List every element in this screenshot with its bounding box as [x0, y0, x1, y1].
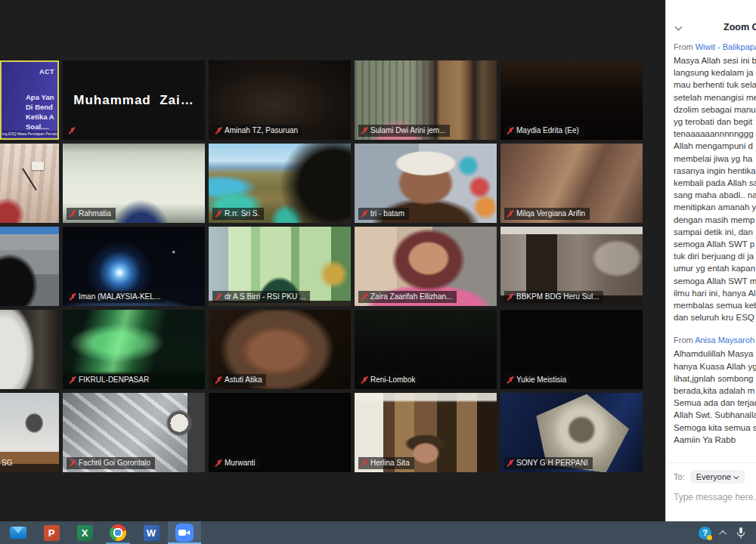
chat-message-line: Masya Allah sesi ini b [674, 54, 756, 66]
participant-name-tag: FIKRUL-DENPASAR [67, 374, 153, 386]
chevron-down-icon[interactable] [675, 23, 683, 31]
chat-message-line: Allah Swt. Subhanalla [674, 409, 756, 421]
chat-message-line: ilmu hari ini, hanya Al [674, 287, 756, 299]
video-tile-herlina[interactable]: Herlina Sita [355, 393, 497, 472]
participant-name-tag: Rahmatia [67, 208, 116, 220]
participant-name-tag: Fachril Goi Gorontalo [67, 457, 155, 469]
zoom-app-button[interactable] [168, 521, 201, 544]
shared-screen-tile[interactable]: ACT Apa YanDi BendKetika ASoal.... ing E… [0, 60, 59, 140]
participant-name-tag: tri - batam [358, 208, 409, 220]
chat-message-line: menitipkan amanah y [674, 201, 756, 213]
video-tile-sri-s[interactable]: R.rr. Sri S. [209, 144, 351, 223]
video-grid-row-1: ACT Apa YanDi BendKetika ASoal.... ing E… [0, 60, 643, 140]
video-tile-aminah[interactable]: Aminah TZ, Pasuruan [209, 60, 351, 140]
participant-name-tag: R.rr. Sri S. [212, 208, 264, 220]
participant-display-name: Muhammad Zai… [63, 60, 205, 140]
word-app-button[interactable]: W [135, 521, 168, 544]
video-grid-row-5: SG Fachril Goi Gorontalo Murwanti Herlin… [0, 393, 643, 472]
chat-message-body: Alhamdulillah Masyahanya Kuasa Allah ygl… [674, 348, 756, 446]
chat-message-line: langsung kedalam ja [674, 66, 756, 79]
muted-mic-icon [361, 376, 368, 385]
muted-mic-icon [507, 209, 514, 218]
muted-mic-icon [507, 292, 514, 301]
participant-name-tag: Astuti Atika [212, 374, 266, 386]
video-tile-zaira[interactable]: Zaira Zaarifah Ellizhan... [355, 227, 497, 306]
video-tile-partial-sg[interactable]: SG [0, 393, 59, 472]
chat-message-header: From Anisa Maysaroh to [674, 335, 756, 348]
excel-app-button[interactable]: X [68, 521, 101, 544]
chat-compose-area: To: Everyone Type message here... [666, 462, 756, 521]
help-icon[interactable]: ? [699, 527, 711, 539]
video-tile-fikrul[interactable]: FIKRUL-DENPASAR [63, 310, 205, 389]
video-tile-sony-perpani[interactable]: SONY G H PERPANI [500, 393, 643, 472]
muted-mic-icon [69, 209, 76, 218]
participant-name-tag: Reni-Lombok [358, 374, 420, 386]
video-tile-dr-birri[interactable]: dr A S Birri - RSI PKU ... [209, 227, 351, 306]
video-tile-milqa[interactable]: Milqa Vergiana Arifin [500, 144, 643, 223]
video-tile-partial-wall[interactable] [0, 144, 59, 223]
video-tile-fachril[interactable]: Fachril Goi Gorontalo [63, 393, 205, 472]
video-tile-sulami[interactable]: Sulami Dwi Arini jem... [355, 60, 497, 140]
chat-message-line: berada,kita adalah m [674, 385, 756, 397]
show-hidden-icons-chevron[interactable] [719, 530, 727, 537]
chat-sender-name: Anisa Maysaroh [695, 335, 754, 345]
windows-taskbar: P X W ? [0, 521, 756, 544]
participant-name-tag: BBKPM BDG Heru Sul... [504, 291, 603, 303]
chat-message-line: dengan masih memp [674, 214, 756, 226]
video-tile-reni[interactable]: Reni-Lombok [355, 310, 497, 389]
recipient-dropdown[interactable]: Everyone [690, 470, 745, 484]
chat-message: From Wiwit - Balikpapan Masya Allah sesi… [674, 42, 756, 323]
video-tile-iman[interactable]: Iman (MALAYSIA-KEL... [63, 227, 205, 306]
chat-message-list: From Wiwit - Balikpapan Masya Allah sesi… [674, 42, 756, 446]
muted-mic-icon [507, 376, 514, 385]
video-tile-partial-hijab[interactable] [0, 310, 59, 389]
chat-message-line: sampai detik ini, dan [674, 226, 756, 238]
zoom-meeting-window: ACT Apa YanDi BendKetika ASoal.... ing E… [0, 0, 756, 544]
video-grid-row-2: Rahmatia R.rr. Sri S. tri - batam Milqa … [0, 144, 643, 223]
slide-act-logo: ACT [39, 68, 54, 76]
participant-name-tag: Milqa Vergiana Arifin [504, 208, 590, 220]
participant-name-tag: Herlina Sita [358, 457, 414, 469]
chat-panel: Zoom G From Wiwit - Balikpapan Masya All… [665, 0, 756, 521]
slide-text-line: Di Bend [26, 102, 54, 112]
chat-message-line: semoga Allah SWT p [674, 238, 756, 250]
muted-mic-icon [215, 126, 222, 135]
slide-text-line: Apa Yan [26, 92, 54, 102]
video-tile-muhammad[interactable]: Muhammad Zai… [63, 60, 205, 140]
chat-message-line: sang maha abadi.. na [674, 189, 756, 201]
chat-input[interactable]: Type message here... [674, 492, 756, 502]
video-tile-tri-batam[interactable]: tri - batam [355, 144, 497, 223]
video-tile-astuti[interactable]: Astuti Atika [209, 310, 351, 389]
video-tile-bbkpm-heru[interactable]: BBKPM BDG Heru Sul... [500, 227, 643, 306]
participant-name-tag: dr A S Birri - RSI PKU ... [212, 291, 310, 303]
video-tile-maydia[interactable]: Maydia Edrita (Ee) [500, 60, 643, 140]
chrome-icon [110, 524, 126, 541]
chat-message-line: Semoga kita semua s [674, 422, 756, 434]
chat-message-line: setelah menangisi me [674, 91, 756, 104]
chat-message-line: tenaaaaaannnnnggg d [674, 128, 756, 140]
participant-name-tag: SONY G H PERPANI [504, 457, 593, 469]
slide-text-line: Ketika A [26, 112, 54, 122]
chat-message-line: lihat,jgnlah sombong [674, 372, 756, 385]
muted-mic-icon [361, 209, 368, 218]
chat-message-line: mau berhenti tuk sela [674, 79, 756, 91]
chat-message-line: yg terobati dan begit [674, 116, 756, 128]
muted-mic-icon [68, 126, 76, 135]
chat-message-line: kembali pada Allah sa [674, 177, 756, 189]
video-tile-partial-office[interactable] [0, 227, 59, 306]
muted-mic-icon [361, 292, 368, 301]
slide-footer-text: ing ESQ Masa Persiapan Pensiun (N [2, 131, 57, 137]
video-tile-rahmatia[interactable]: Rahmatia [63, 144, 205, 223]
muted-mic-icon [361, 126, 368, 135]
chat-message-line: umur yg entah kapan [674, 262, 756, 274]
muted-mic-icon [69, 376, 76, 385]
tray-microphone-icon[interactable] [736, 527, 745, 539]
powerpoint-app-button[interactable]: P [35, 521, 68, 544]
mail-app-button[interactable] [2, 521, 35, 544]
video-tile-murwanti[interactable]: Murwanti [209, 393, 351, 472]
chrome-app-button[interactable] [101, 521, 135, 544]
muted-mic-icon [361, 459, 368, 468]
muted-mic-icon [507, 126, 514, 135]
video-tile-yukie[interactable]: Yukie Meistisia [500, 310, 643, 389]
chat-sender-name: Wiwit - Balikpapan [696, 42, 756, 51]
